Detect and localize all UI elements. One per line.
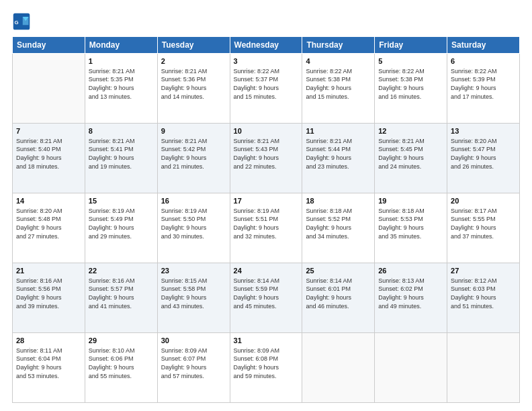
calendar-cell: 2Sunrise: 8:21 AM Sunset: 5:36 PM Daylig… [157, 54, 230, 124]
logo: G [12, 12, 34, 31]
day-info: Sunrise: 8:21 AM Sunset: 5:42 PM Dayligh… [161, 137, 226, 171]
calendar-cell [302, 333, 375, 403]
day-number: 20 [451, 196, 516, 206]
calendar-cell: 16Sunrise: 8:19 AM Sunset: 5:50 PM Dayli… [157, 193, 230, 263]
day-number: 2 [161, 56, 226, 66]
weekday-wednesday: Wednesday [230, 37, 302, 54]
week-row-3: 14Sunrise: 8:20 AM Sunset: 5:48 PM Dayli… [13, 193, 520, 263]
day-info: Sunrise: 8:13 AM Sunset: 6:02 PM Dayligh… [378, 277, 443, 310]
day-info: Sunrise: 8:15 AM Sunset: 5:58 PM Dayligh… [161, 277, 226, 310]
calendar-cell: 10Sunrise: 8:21 AM Sunset: 5:43 PM Dayli… [230, 124, 302, 193]
calendar-cell: 15Sunrise: 8:19 AM Sunset: 5:49 PM Dayli… [85, 193, 157, 263]
week-row-1: 1Sunrise: 8:21 AM Sunset: 5:35 PM Daylig… [13, 54, 520, 124]
day-number: 24 [234, 266, 299, 276]
calendar-cell: 21Sunrise: 8:16 AM Sunset: 5:56 PM Dayli… [13, 263, 85, 333]
calendar-cell [375, 333, 447, 403]
day-number: 18 [306, 196, 371, 206]
calendar-cell: 27Sunrise: 8:12 AM Sunset: 6:03 PM Dayli… [447, 263, 520, 333]
day-number: 15 [89, 196, 154, 206]
day-number: 31 [234, 336, 299, 346]
calendar-cell: 4Sunrise: 8:22 AM Sunset: 5:38 PM Daylig… [302, 54, 375, 124]
day-number: 14 [16, 196, 81, 206]
day-info: Sunrise: 8:09 AM Sunset: 6:07 PM Dayligh… [161, 347, 226, 380]
day-number: 8 [89, 126, 154, 136]
day-number: 13 [451, 126, 516, 136]
week-row-2: 7Sunrise: 8:21 AM Sunset: 5:40 PM Daylig… [13, 124, 520, 193]
day-info: Sunrise: 8:19 AM Sunset: 5:49 PM Dayligh… [89, 207, 154, 240]
logo-icon: G [12, 12, 31, 31]
day-number: 26 [378, 266, 443, 276]
svg-text:G: G [15, 19, 19, 26]
day-number: 3 [234, 56, 299, 66]
day-info: Sunrise: 8:21 AM Sunset: 5:44 PM Dayligh… [306, 137, 371, 171]
day-info: Sunrise: 8:19 AM Sunset: 5:50 PM Dayligh… [161, 207, 226, 240]
day-number: 28 [16, 336, 81, 346]
calendar-cell: 5Sunrise: 8:22 AM Sunset: 5:38 PM Daylig… [375, 54, 447, 124]
weekday-header-row: SundayMondayTuesdayWednesdayThursdayFrid… [13, 37, 520, 54]
day-number: 9 [161, 126, 226, 136]
day-info: Sunrise: 8:22 AM Sunset: 5:38 PM Dayligh… [378, 67, 443, 101]
day-info: Sunrise: 8:14 AM Sunset: 6:01 PM Dayligh… [306, 277, 371, 310]
calendar-cell: 8Sunrise: 8:21 AM Sunset: 5:41 PM Daylig… [85, 124, 157, 193]
day-number: 25 [306, 266, 371, 276]
day-number: 12 [378, 126, 443, 136]
day-number: 1 [89, 56, 154, 66]
day-info: Sunrise: 8:21 AM Sunset: 5:36 PM Dayligh… [161, 67, 226, 101]
day-info: Sunrise: 8:21 AM Sunset: 5:45 PM Dayligh… [378, 137, 443, 171]
day-number: 23 [161, 266, 226, 276]
day-number: 7 [16, 126, 81, 136]
day-number: 30 [161, 336, 226, 346]
calendar-cell: 25Sunrise: 8:14 AM Sunset: 6:01 PM Dayli… [302, 263, 375, 333]
page-header: G [12, 12, 520, 31]
calendar-cell: 20Sunrise: 8:17 AM Sunset: 5:55 PM Dayli… [447, 193, 520, 263]
weekday-sunday: Sunday [13, 37, 85, 54]
day-number: 29 [89, 336, 154, 346]
day-number: 10 [234, 126, 299, 136]
calendar-cell: 26Sunrise: 8:13 AM Sunset: 6:02 PM Dayli… [375, 263, 447, 333]
day-number: 22 [89, 266, 154, 276]
day-info: Sunrise: 8:11 AM Sunset: 6:04 PM Dayligh… [16, 347, 81, 380]
day-number: 17 [234, 196, 299, 206]
calendar-cell: 7Sunrise: 8:21 AM Sunset: 5:40 PM Daylig… [13, 124, 85, 193]
day-info: Sunrise: 8:21 AM Sunset: 5:40 PM Dayligh… [16, 137, 81, 171]
weekday-tuesday: Tuesday [157, 37, 230, 54]
calendar-cell: 19Sunrise: 8:18 AM Sunset: 5:53 PM Dayli… [375, 193, 447, 263]
day-number: 19 [378, 196, 443, 206]
day-info: Sunrise: 8:20 AM Sunset: 5:47 PM Dayligh… [451, 137, 516, 171]
calendar-cell: 13Sunrise: 8:20 AM Sunset: 5:47 PM Dayli… [447, 124, 520, 193]
calendar-cell: 6Sunrise: 8:22 AM Sunset: 5:39 PM Daylig… [447, 54, 520, 124]
calendar-cell: 30Sunrise: 8:09 AM Sunset: 6:07 PM Dayli… [157, 333, 230, 403]
calendar-cell: 23Sunrise: 8:15 AM Sunset: 5:58 PM Dayli… [157, 263, 230, 333]
day-info: Sunrise: 8:19 AM Sunset: 5:51 PM Dayligh… [234, 207, 299, 240]
day-info: Sunrise: 8:21 AM Sunset: 5:41 PM Dayligh… [89, 137, 154, 171]
day-info: Sunrise: 8:22 AM Sunset: 5:39 PM Dayligh… [451, 67, 516, 101]
day-info: Sunrise: 8:17 AM Sunset: 5:55 PM Dayligh… [451, 207, 516, 240]
calendar-cell: 22Sunrise: 8:16 AM Sunset: 5:57 PM Dayli… [85, 263, 157, 333]
calendar-cell [447, 333, 520, 403]
day-info: Sunrise: 8:22 AM Sunset: 5:38 PM Dayligh… [306, 67, 371, 101]
day-info: Sunrise: 8:21 AM Sunset: 5:35 PM Dayligh… [89, 67, 154, 101]
day-number: 6 [451, 56, 516, 66]
day-number: 16 [161, 196, 226, 206]
day-number: 5 [378, 56, 443, 66]
weekday-monday: Monday [85, 37, 157, 54]
weekday-thursday: Thursday [302, 37, 375, 54]
calendar-cell: 18Sunrise: 8:18 AM Sunset: 5:52 PM Dayli… [302, 193, 375, 263]
day-info: Sunrise: 8:09 AM Sunset: 6:08 PM Dayligh… [234, 347, 299, 380]
calendar-cell: 14Sunrise: 8:20 AM Sunset: 5:48 PM Dayli… [13, 193, 85, 263]
day-number: 21 [16, 266, 81, 276]
day-info: Sunrise: 8:18 AM Sunset: 5:52 PM Dayligh… [306, 207, 371, 240]
calendar-cell: 28Sunrise: 8:11 AM Sunset: 6:04 PM Dayli… [13, 333, 85, 403]
day-info: Sunrise: 8:20 AM Sunset: 5:48 PM Dayligh… [16, 207, 81, 240]
calendar-cell [13, 54, 85, 124]
calendar-cell: 29Sunrise: 8:10 AM Sunset: 6:06 PM Dayli… [85, 333, 157, 403]
calendar-cell: 31Sunrise: 8:09 AM Sunset: 6:08 PM Dayli… [230, 333, 302, 403]
day-info: Sunrise: 8:16 AM Sunset: 5:57 PM Dayligh… [89, 277, 154, 310]
day-info: Sunrise: 8:12 AM Sunset: 6:03 PM Dayligh… [451, 277, 516, 310]
weekday-saturday: Saturday [447, 37, 520, 54]
day-info: Sunrise: 8:22 AM Sunset: 5:37 PM Dayligh… [234, 67, 299, 101]
week-row-4: 21Sunrise: 8:16 AM Sunset: 5:56 PM Dayli… [13, 263, 520, 333]
calendar-cell: 1Sunrise: 8:21 AM Sunset: 5:35 PM Daylig… [85, 54, 157, 124]
day-info: Sunrise: 8:16 AM Sunset: 5:56 PM Dayligh… [16, 277, 81, 310]
day-info: Sunrise: 8:18 AM Sunset: 5:53 PM Dayligh… [378, 207, 443, 240]
